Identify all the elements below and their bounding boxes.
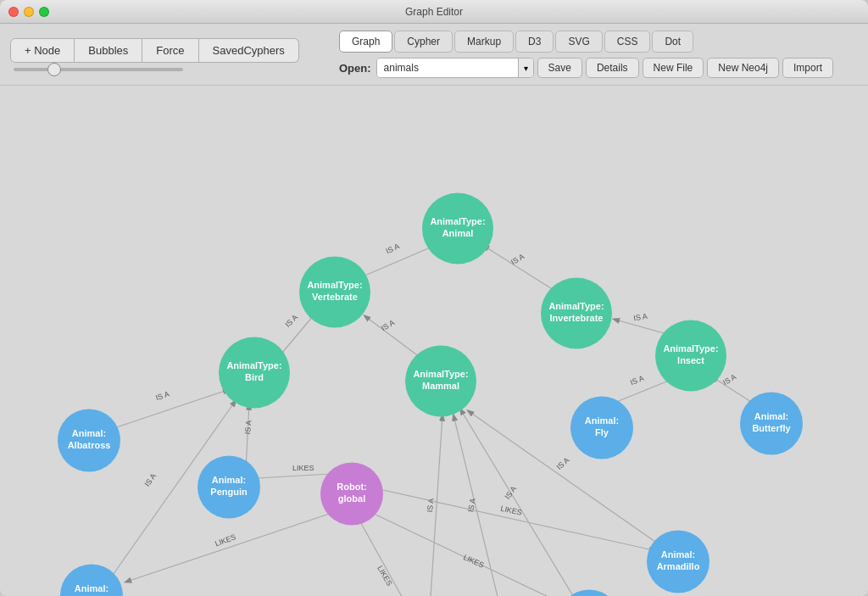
force-button[interactable]: Force [142, 38, 198, 63]
edge [125, 513, 333, 582]
edge [453, 415, 502, 597]
node-animal-penguin[interactable] [198, 456, 260, 519]
edge-label: LIKES [376, 565, 393, 588]
edge-label: IS A [503, 484, 518, 500]
node-animaltype-mammal[interactable] [405, 346, 476, 417]
maximize-button[interactable] [39, 7, 49, 17]
node-animal-fly[interactable] [570, 397, 633, 460]
node-animal-albatross[interactable] [58, 409, 120, 472]
dropdown-arrow-icon[interactable]: ▾ [518, 58, 533, 77]
node-animaltype-insect[interactable] [655, 320, 726, 392]
slider-track [14, 68, 183, 71]
node-animaltype-vertebrate[interactable] [299, 257, 370, 328]
edge [246, 404, 249, 469]
tab-row: Graph Cypher Markup D3 SVG CSS Dot [339, 31, 858, 53]
right-toolbar: Graph Cypher Markup D3 SVG CSS Dot Open:… [339, 31, 858, 78]
open-input[interactable] [377, 58, 518, 77]
tab-d3[interactable]: D3 [515, 31, 554, 53]
tab-markup[interactable]: Markup [454, 31, 514, 53]
graph-svg: IS A IS A IS A IS A IS A IS A IS A [0, 86, 868, 596]
minimize-button[interactable] [24, 7, 34, 17]
edge [460, 409, 576, 597]
left-btn-group: + Node Bubbles Force SavedCyphers [10, 38, 332, 63]
tab-graph[interactable]: Graph [339, 31, 392, 53]
tab-svg[interactable]: SVG [555, 31, 602, 53]
edge-label: IS A [555, 456, 571, 471]
main-content: + Node Bubbles Force SavedCyphers Graph … [0, 24, 868, 596]
node-animal-armadillo[interactable] [647, 531, 709, 593]
close-button[interactable] [8, 7, 19, 17]
tab-cypher[interactable]: Cypher [394, 31, 453, 53]
edge-label: IS A [154, 389, 170, 402]
slider-thumb[interactable] [47, 63, 61, 76]
edge-label: IS A [629, 374, 645, 387]
edge [377, 489, 655, 551]
left-toolbar: + Node Bubbles Force SavedCyphers [10, 38, 332, 71]
new-neo4j-button[interactable]: New Neo4j [707, 58, 779, 78]
add-node-button[interactable]: + Node [10, 38, 75, 63]
node-robot-global[interactable] [320, 463, 383, 526]
traffic-lights [8, 7, 49, 17]
edge-label: LIKES [462, 553, 485, 570]
node-animal-zebra[interactable] [558, 590, 620, 597]
title-bar: Graph Editor [0, 0, 868, 24]
action-row: Open: ▾ Save Details New File New Neo4j … [339, 58, 858, 78]
node-animaltype-bird[interactable] [219, 337, 290, 409]
import-button[interactable]: Import [782, 58, 833, 78]
tab-dot[interactable]: Dot [652, 31, 693, 53]
saved-cyphers-button[interactable]: SavedCyphers [199, 38, 299, 63]
node-animal-flamingo[interactable] [60, 565, 123, 597]
graph-area: IS A IS A IS A IS A IS A IS A IS A [0, 86, 868, 596]
edge-label: IS A [721, 372, 737, 387]
edge-label: IS A [142, 471, 158, 487]
node-animaltype-animal[interactable] [422, 193, 493, 265]
new-file-button[interactable]: New File [643, 58, 704, 78]
edge-label: IS A [385, 242, 401, 255]
edge-label: IS A [243, 420, 253, 434]
edge-label: LIKES [292, 464, 314, 472]
slider-container [10, 66, 332, 71]
node-animal-butterfly[interactable] [740, 393, 803, 455]
details-button[interactable]: Details [586, 58, 639, 78]
edge [115, 390, 229, 428]
toolbar: + Node Bubbles Force SavedCyphers Graph … [0, 24, 868, 86]
open-label: Open: [339, 62, 371, 75]
edge-label: IS A [380, 318, 396, 332]
open-select[interactable]: ▾ [376, 58, 534, 78]
edge-label: IS A [633, 312, 648, 323]
edge-label: IS A [283, 313, 299, 329]
save-button[interactable]: Save [537, 58, 582, 78]
edge-label: IS A [509, 252, 526, 266]
window-title: Graph Editor [405, 6, 463, 18]
tab-css[interactable]: CSS [604, 31, 651, 53]
bubbles-button[interactable]: Bubbles [75, 38, 142, 63]
node-animaltype-invertebrate[interactable] [541, 278, 612, 349]
